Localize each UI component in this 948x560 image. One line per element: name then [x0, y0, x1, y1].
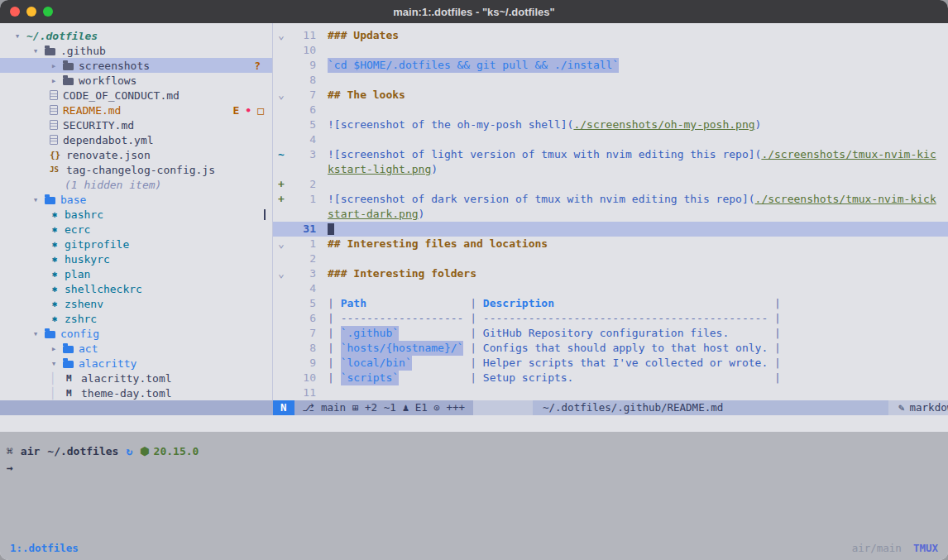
tree-item-zshrc[interactable]: ✱ zshrc — [0, 311, 272, 326]
editor-line[interactable]: ⌄ 1 ## Interesting files and locations — [273, 237, 948, 251]
zoom-button[interactable] — [43, 7, 53, 17]
git-diff-stats: ⊞ +2 ~1 — [352, 400, 396, 415]
editor-line[interactable]: 10 — [273, 43, 948, 58]
chevron-down-icon: ▾ — [31, 328, 40, 339]
editor-line[interactable]: 9 `cd $HOME/.dotfiles && git pull && ./i… — [273, 58, 948, 73]
editor-line[interactable]: 2 — [273, 251, 948, 266]
tree-item-theme-day-toml[interactable]: M theme-day.toml — [0, 385, 272, 400]
tree-item-zshenv[interactable]: ✱ zshenv — [0, 296, 272, 311]
tmux-window-name[interactable]: 1:.dotfiles — [10, 542, 79, 554]
tree-item-renovate[interactable]: {} renovate.json — [0, 147, 272, 162]
editor-line[interactable]: ⌄ 3 ### Interesting folders — [273, 266, 948, 281]
editor-line[interactable]: 10 | `scripts` | Setup scripts. | — [273, 371, 948, 385]
folder-icon — [63, 361, 74, 368]
tree-item-label: huskyrc — [65, 253, 110, 266]
fold-icon[interactable]: ⌄ — [273, 237, 294, 251]
fold-icon[interactable]: ⌄ — [273, 266, 294, 281]
tree-item-config[interactable]: ▾ config — [0, 326, 272, 341]
nvim-area: ▾ ~/.dotfiles ▾ .github ▸ screenshots ? … — [0, 23, 948, 400]
shell-pane[interactable]: ⌘ air ~/.dotfiles ↻ ⬢ 20.15.0 → 1:.dotfi… — [0, 432, 948, 560]
editor-line[interactable]: ⌄ 11 ### Updates — [273, 28, 948, 43]
table-header-cell: Description — [483, 296, 554, 311]
line-number: 7 — [294, 326, 316, 341]
chevron-down-icon: ▾ — [13, 31, 22, 41]
folder-icon — [45, 197, 55, 204]
editor-line[interactable]: 6 | ------------------- | --------------… — [273, 311, 948, 326]
table-cell: Configs that should apply to that host o… — [483, 341, 768, 356]
gutter — [273, 73, 294, 88]
toml-icon: M — [66, 388, 76, 399]
editor-line[interactable]: 4 — [273, 281, 948, 296]
tree-item-gitprofile[interactable]: ✱ gitprofile — [0, 237, 272, 251]
tree-item-readme[interactable]: README.md E • □ — [0, 103, 272, 117]
table-pad — [399, 326, 470, 341]
tree-item-workflows[interactable]: ▸ workflows — [0, 73, 272, 88]
javascript-icon: JS — [50, 165, 61, 174]
editor-line[interactable]: 5 ![screenshot of the oh-my-posh shell](… — [273, 117, 948, 132]
tree-item-huskyrc[interactable]: ✱ huskyrc — [0, 251, 272, 266]
editor-line-wrap[interactable]: kstart-light.png ) — [273, 162, 948, 177]
editor-line[interactable]: 7 | `.github` | GitHub Repository config… — [273, 326, 948, 341]
tmux-right-status: air/main TMUX — [852, 542, 938, 554]
tree-item-tag-changelog[interactable]: JS tag-changelog-config.js — [0, 162, 272, 177]
tree-item-shellcheckrc[interactable]: ✱ shellcheckrc — [0, 281, 272, 296]
minimize-button[interactable] — [26, 7, 36, 17]
gutter — [273, 103, 294, 117]
tree-hidden-items-note[interactable]: (1 hidden item) — [0, 177, 272, 192]
folder-icon — [63, 63, 74, 70]
line-number: 10 — [294, 43, 316, 58]
gutter — [273, 296, 294, 311]
line-number: 8 — [294, 73, 316, 88]
tree-item-act[interactable]: ▸ act — [0, 341, 272, 356]
editor-line[interactable]: ~ 3 ![screenshot of light version of tmu… — [273, 147, 948, 162]
git-change-sign: ~ — [273, 147, 294, 162]
editor-line-wrap[interactable]: start-dark.png ) — [273, 207, 948, 222]
gutter — [273, 326, 294, 341]
editor-line[interactable]: 4 — [273, 132, 948, 147]
tree-item-base[interactable]: ▾ base — [0, 192, 272, 207]
editor-line[interactable]: ⌄ 7 ## The looks — [273, 88, 948, 103]
table-header-cell: Path — [341, 296, 366, 311]
prompt-input-line[interactable]: → — [0, 462, 948, 474]
editor-line[interactable]: + 2 — [273, 177, 948, 192]
table-pipe: | — [328, 296, 341, 311]
dotfile-icon: ✱ — [50, 314, 60, 324]
table-cell: GitHub Repository configuration files. — [483, 326, 729, 341]
tree-item-security[interactable]: SECURITY.md — [0, 117, 272, 132]
tree-item-ecrc[interactable]: ✱ ecrc — [0, 222, 272, 237]
close-button[interactable] — [10, 7, 20, 17]
tree-item-screenshots[interactable]: ▸ screenshots ? — [0, 58, 272, 73]
image-link-text: ![screenshot of the oh-my-posh shell]( — [328, 117, 573, 132]
prompt-hostname: air — [21, 445, 40, 457]
editor-line[interactable]: 5 | Path | Description | — [273, 296, 948, 311]
tree-item-label: theme-day.toml — [81, 387, 172, 400]
tree-item-root[interactable]: ▾ ~/.dotfiles — [0, 28, 272, 43]
tree-item-alacritty[interactable]: ▾ alacritty — [0, 356, 272, 371]
dotfile-icon: ✱ — [50, 224, 60, 235]
filetype-segment: ✎ markdown — [888, 400, 948, 415]
tree-item-alacritty-toml[interactable]: M alacritty.toml — [0, 371, 272, 385]
editor-line[interactable]: 9 | `local/bin` | Helper scripts that I'… — [273, 356, 948, 371]
editor-line[interactable]: 8 | `hosts/{hostname}/` | Configs that s… — [273, 341, 948, 356]
editor-line[interactable]: + 1 ![screenshot of dark version of tmux… — [273, 192, 948, 207]
image-link-text: ![screenshot of dark version of tmux wit… — [328, 192, 755, 207]
table-pad — [573, 371, 774, 385]
tree-item-plan[interactable]: ✱ plan — [0, 266, 272, 281]
tree-root-label: ~/.dotfiles — [26, 30, 98, 42]
editor-buffer[interactable]: ⌄ 11 ### Updates 10 9 `cd $HOME/.dotfile… — [273, 23, 948, 400]
fold-icon[interactable]: ⌄ — [273, 28, 294, 43]
fold-icon[interactable]: ⌄ — [273, 88, 294, 103]
cursor-line[interactable]: 31 — [273, 222, 948, 237]
table-pad — [399, 371, 470, 385]
table-pipe: | — [774, 371, 781, 385]
tree-item-bashrc[interactable]: ✱ bashrc — [0, 207, 272, 222]
tree-item-dependabot[interactable]: dependabot.yml — [0, 132, 272, 147]
neotree-sidebar[interactable]: ▾ ~/.dotfiles ▾ .github ▸ screenshots ? … — [0, 23, 273, 400]
gutter — [273, 58, 294, 73]
table-pad — [768, 341, 774, 356]
tree-item-code-of-conduct[interactable]: CODE_OF_CONDUCT.md — [0, 88, 272, 103]
editor-line[interactable]: 11 — [273, 385, 948, 400]
editor-line[interactable]: 6 — [273, 103, 948, 117]
tree-item-github[interactable]: ▾ .github — [0, 43, 272, 58]
editor-line[interactable]: 8 — [273, 73, 948, 88]
